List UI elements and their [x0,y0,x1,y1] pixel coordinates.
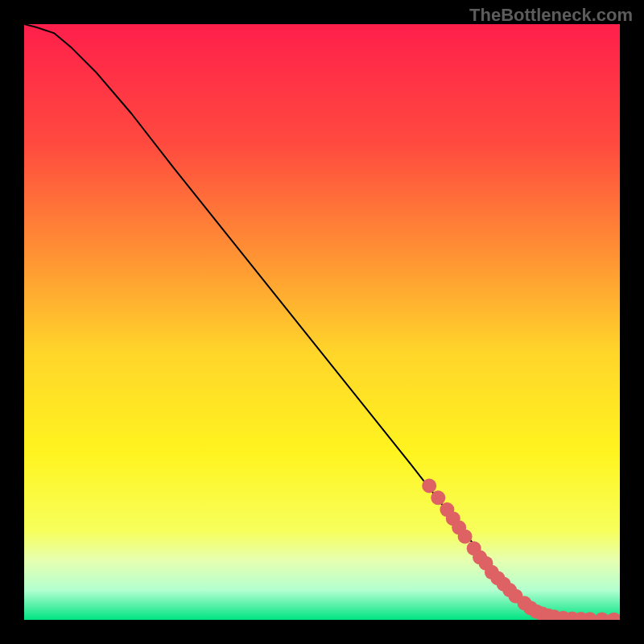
scatter-point [458,529,473,543]
chart-svg [24,24,620,620]
watermark-text: TheBottleneck.com [469,5,633,26]
chart-background [24,24,620,620]
chart-plot-area [24,24,620,620]
scatter-point [431,490,445,505]
scatter-point [422,479,436,493]
